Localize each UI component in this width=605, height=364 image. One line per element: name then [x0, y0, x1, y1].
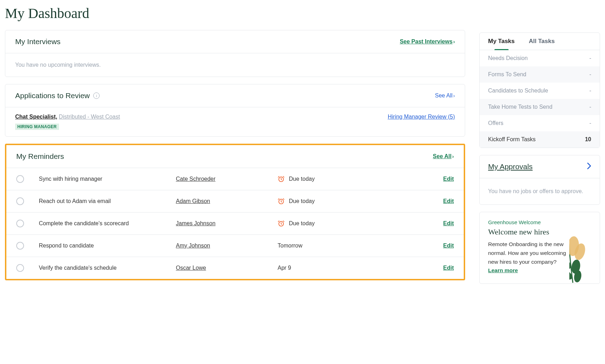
reminder-person-link[interactable]: Cate Schroeder — [176, 176, 215, 182]
reminder-row: Complete the candidate's scorecardJames … — [6, 213, 464, 235]
approvals-title-link[interactable]: My Approvals — [488, 162, 533, 171]
welcome-body: Remote Onboarding is the new normal. How… — [488, 240, 569, 275]
task-name: Take Home Tests to Send — [488, 104, 552, 110]
reminder-person-link[interactable]: James Johnson — [176, 220, 215, 226]
task-row[interactable]: Offers- — [480, 115, 600, 131]
chevron-right-icon: › — [453, 93, 455, 99]
reminder-edit-link[interactable]: Edit — [443, 176, 454, 182]
tasks-card: My Tasks All Tasks Needs Decision-Forms … — [479, 32, 600, 148]
reminder-checkbox[interactable] — [16, 197, 24, 205]
tasks-list: Needs Decision-Forms To Send-Candidates … — [480, 50, 600, 148]
task-name: Candidates to Schedule — [488, 88, 548, 94]
tab-my-tasks[interactable]: My Tasks — [488, 38, 515, 50]
task-row[interactable]: Needs Decision- — [480, 50, 600, 66]
application-row: Chat Specialist, Distributed - West Coas… — [5, 107, 465, 136]
task-name: Needs Decision — [488, 55, 528, 61]
reminder-edit-link[interactable]: Edit — [443, 243, 454, 249]
task-value: - — [589, 55, 591, 61]
reminder-due: Due today — [289, 220, 315, 227]
reminders-list: Sync with hiring managerCate SchroederDu… — [6, 168, 464, 279]
see-past-interviews-link[interactable]: See Past Interviews › — [400, 38, 455, 45]
reminder-person-link[interactable]: Amy Johnson — [176, 243, 210, 249]
task-value: - — [589, 88, 591, 94]
leaf-illustration-icon — [569, 234, 600, 284]
welcome-body-text: Remote Onboarding is the new normal. How… — [488, 241, 566, 265]
tab-all-tasks[interactable]: All Tasks — [529, 38, 554, 50]
reminder-task: Reach out to Adam via email — [39, 198, 170, 204]
welcome-learn-more-link[interactable]: Learn more — [488, 267, 518, 273]
task-name: Kickoff Form Tasks — [488, 136, 536, 143]
task-name: Forms To Send — [488, 71, 526, 78]
role-badge: HIRING MANAGER — [15, 124, 59, 130]
application-stage-link[interactable]: Hiring Manager Review (5) — [388, 114, 455, 120]
interviews-empty: You have no upcoming interviews. — [15, 62, 455, 68]
chevron-right-icon: › — [453, 39, 455, 44]
reminder-checkbox[interactable] — [16, 242, 24, 250]
chevron-right-icon[interactable] — [587, 162, 591, 171]
task-row[interactable]: Take Home Tests to Send- — [480, 99, 600, 115]
task-row[interactable]: Candidates to Schedule- — [480, 83, 600, 99]
reminder-person-link[interactable]: Adam Gibson — [176, 198, 210, 204]
task-value: - — [589, 120, 591, 126]
applications-see-all-link[interactable]: See All › — [435, 93, 455, 99]
reminder-due: Tomorrow — [278, 243, 302, 249]
applications-see-all-label: See All — [435, 93, 453, 99]
reminders-title: My Reminders — [16, 152, 64, 161]
reminder-task: Sync with hiring manager — [39, 176, 170, 182]
reminder-due: Apr 9 — [278, 265, 291, 271]
task-value: - — [589, 71, 591, 78]
application-loc-link[interactable]: Distributed - West Coast — [59, 114, 120, 120]
applications-title-text: Applications to Review — [15, 91, 90, 100]
reminder-edit-link[interactable]: Edit — [443, 198, 454, 204]
interviews-title: My Interviews — [15, 37, 60, 46]
reminders-highlight: My Reminders See All › Sync with hiring … — [5, 144, 465, 280]
approvals-empty: You have no jobs or offers to approve. — [488, 188, 591, 195]
reminder-row: Sync with hiring managerCate SchroederDu… — [6, 168, 464, 190]
reminder-checkbox[interactable] — [16, 175, 24, 183]
interviews-card: My Interviews See Past Interviews › You … — [5, 30, 465, 77]
tasks-tabs: My Tasks All Tasks — [480, 33, 600, 50]
reminder-task: Verify the candidate's schedule — [39, 265, 170, 271]
reminder-due: Due today — [289, 176, 315, 182]
task-value: 10 — [585, 136, 591, 143]
task-row[interactable]: Forms To Send- — [480, 66, 600, 83]
applications-card: Applications to Review i See All › Chat … — [5, 84, 465, 137]
chevron-right-icon: › — [452, 154, 454, 159]
reminder-row: Respond to candidateAmy JohnsonTomorrowE… — [6, 235, 464, 257]
welcome-eyebrow: Greenhouse Welcome — [488, 219, 591, 225]
reminder-edit-link[interactable]: Edit — [443, 220, 454, 226]
applications-title: Applications to Review i — [15, 91, 100, 100]
page-title: My Dashboard — [5, 5, 465, 22]
application-job-link[interactable]: Chat Specialist, — [15, 114, 57, 120]
reminders-see-all-label: See All — [433, 153, 452, 159]
info-icon[interactable]: i — [93, 93, 100, 99]
alarm-icon — [278, 198, 285, 205]
reminder-task: Respond to candidate — [39, 243, 170, 249]
reminder-checkbox[interactable] — [16, 220, 24, 227]
task-name: Offers — [488, 120, 503, 126]
welcome-card: Greenhouse Welcome Welcome new hires Rem… — [479, 212, 600, 284]
reminder-task: Complete the candidate's scorecard — [39, 220, 170, 227]
reminder-row: Verify the candidate's scheduleOscar Low… — [6, 257, 464, 279]
task-value: - — [589, 104, 591, 110]
reminder-edit-link[interactable]: Edit — [443, 265, 454, 271]
reminder-checkbox[interactable] — [16, 264, 24, 272]
approvals-card: My Approvals You have no jobs or offers … — [479, 155, 600, 205]
reminder-person-link[interactable]: Oscar Lowe — [176, 265, 206, 271]
alarm-icon — [278, 175, 285, 183]
reminder-row: Reach out to Adam via emailAdam GibsonDu… — [6, 190, 464, 213]
reminders-see-all-link[interactable]: See All › — [433, 153, 454, 160]
reminder-due: Due today — [289, 198, 315, 204]
alarm-icon — [278, 220, 285, 227]
task-row[interactable]: Kickoff Form Tasks10 — [480, 131, 600, 148]
see-past-interviews-label: See Past Interviews — [400, 38, 452, 44]
